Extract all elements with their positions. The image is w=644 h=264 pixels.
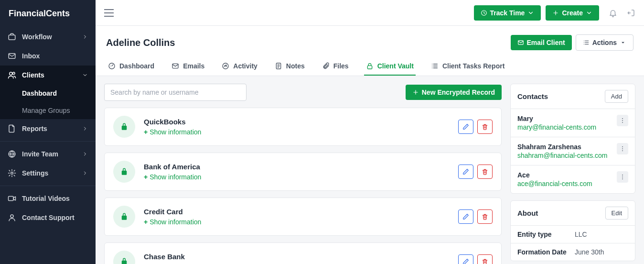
tab-label: Activity (233, 62, 258, 70)
tab-label: Notes (286, 62, 305, 70)
client-name: Adeline Collins (106, 37, 511, 48)
contact-menu-button[interactable] (617, 171, 628, 183)
sidebar-item-tutorial-videos[interactable]: Tutorial Videos (0, 189, 96, 208)
sidebar-item-workflow[interactable]: Workflow (0, 27, 96, 46)
delete-button[interactable] (477, 209, 493, 224)
sidebar-item-reports[interactable]: Reports (0, 119, 96, 138)
contact-email[interactable]: ace@financial-cents.com (517, 180, 613, 187)
chevron-down-icon (586, 10, 592, 16)
contact-item: Shahram Zarshenasshahram@financial-cents… (511, 137, 635, 165)
activity-icon (222, 62, 229, 70)
plus-icon: + (144, 218, 148, 226)
chevron-down-icon (527, 10, 534, 16)
tab-label: Dashboard (119, 62, 154, 70)
tab-activity[interactable]: Activity (220, 57, 259, 76)
file-icon (8, 124, 16, 133)
tab-emails[interactable]: Emails (170, 57, 206, 76)
about-row: Entity typeLLC (511, 225, 635, 243)
contact-email[interactable]: shahram@financial-cents.com (517, 152, 613, 159)
trash-icon (482, 213, 488, 220)
sidebar-subitem-manage-groups[interactable]: Manage Groups (0, 102, 96, 119)
sidebar-item-inbox[interactable]: Inbox (0, 46, 96, 66)
contact-item: Aceace@financial-cents.com (511, 165, 635, 193)
edit-button[interactable] (458, 254, 473, 264)
sidebar-item-label: Reports (22, 125, 47, 132)
pencil-icon (462, 258, 469, 264)
edit-about-button[interactable]: Edit (605, 207, 628, 220)
about-row: Formation DateJune 30th (511, 243, 635, 261)
edit-button[interactable] (458, 209, 473, 224)
contacts-title: Contacts (517, 92, 548, 100)
trash-icon (482, 123, 488, 130)
hamburger-menu[interactable] (104, 9, 114, 17)
chevron-right-icon (82, 126, 88, 132)
edit-button[interactable] (458, 120, 473, 134)
about-label: Entity type (517, 231, 575, 238)
tab-dashboard[interactable]: Dashboard (106, 57, 156, 76)
sidebar-item-contact-support[interactable]: Contact Support (0, 208, 96, 227)
sidebar-item-settings[interactable]: Settings (0, 164, 96, 183)
logout-icon[interactable] (627, 9, 635, 17)
plus-icon (412, 89, 419, 96)
sidebar-item-label: Invite Team (22, 150, 58, 158)
actions-button[interactable]: Actions (576, 34, 633, 51)
vault-title: Credit Card (144, 208, 450, 216)
contact-item: Marymary@financial-cents.com (511, 109, 635, 137)
button-label: New Encrypted Record (422, 88, 495, 96)
sidebar: FinancialCents Workflow Inbox Clients Da… (0, 0, 96, 264)
new-encrypted-record-button[interactable]: New Encrypted Record (406, 85, 502, 100)
contact-name: Mary (517, 115, 613, 122)
add-contact-button[interactable]: Add (605, 90, 628, 103)
contact-menu-button[interactable] (617, 143, 628, 154)
tab-label: Client Tasks Report (442, 62, 504, 70)
show-label: Show information (150, 128, 201, 136)
show-label: Show information (150, 173, 201, 181)
delete-button[interactable] (477, 120, 493, 134)
track-time-button[interactable]: Track Time (474, 5, 541, 21)
brand-logo: FinancialCents (0, 0, 96, 27)
edit-button[interactable] (458, 165, 473, 179)
create-button[interactable]: Create (546, 5, 599, 21)
vault-item: Bank of America + Show information (104, 153, 502, 191)
tab-notes[interactable]: Notes (273, 57, 307, 76)
sidebar-item-label: Inbox (22, 52, 40, 60)
show-information-link[interactable]: + Show information (144, 173, 201, 181)
lock-icon (366, 62, 374, 70)
contact-menu-button[interactable] (617, 115, 628, 126)
sidebar-item-label: Clients (22, 71, 44, 79)
vault-item: QuickBooks + Show information (104, 108, 502, 146)
plus-icon: + (144, 128, 148, 136)
tab-client-vault[interactable]: Client Vault (364, 57, 416, 76)
sidebar-item-clients[interactable]: Clients (0, 66, 96, 85)
about-card: About Edit Entity typeLLCFormation DateJ… (510, 200, 635, 261)
topbar: Track Time Create (96, 0, 644, 26)
show-information-link[interactable]: + Show information (144, 218, 201, 226)
sidebar-item-invite-team[interactable]: Invite Team (0, 144, 96, 164)
bell-icon[interactable] (609, 9, 617, 17)
vault-title: Chase Bank (144, 253, 450, 261)
chevron-right-icon (82, 170, 88, 176)
delete-button[interactable] (477, 165, 493, 179)
button-label: Email Client (527, 39, 565, 46)
about-title: About (517, 209, 538, 217)
chevron-down-icon (82, 72, 88, 78)
caret-down-icon (620, 39, 626, 46)
tab-client-tasks-report[interactable]: Client Tasks Report (429, 57, 506, 76)
sidebar-subitem-dashboard[interactable]: Dashboard (0, 85, 96, 102)
email-client-button[interactable]: Email Client (511, 35, 572, 50)
button-label: Track Time (490, 9, 525, 17)
vault-title: Bank of America (144, 163, 450, 171)
contact-email[interactable]: mary@financial-cents.com (517, 123, 613, 131)
gauge-icon (108, 62, 116, 70)
kebab-icon (619, 117, 626, 124)
lock-icon (113, 206, 135, 228)
delete-button[interactable] (477, 254, 493, 264)
list-icon (583, 39, 590, 46)
search-input[interactable] (104, 84, 247, 101)
tab-label: Files (333, 62, 349, 70)
tab-files[interactable]: Files (320, 57, 351, 76)
plus-icon: + (144, 173, 148, 181)
show-information-link[interactable]: + Show information (144, 128, 201, 136)
users-icon (8, 71, 16, 79)
sidebar-item-label: Contact Support (22, 214, 75, 221)
